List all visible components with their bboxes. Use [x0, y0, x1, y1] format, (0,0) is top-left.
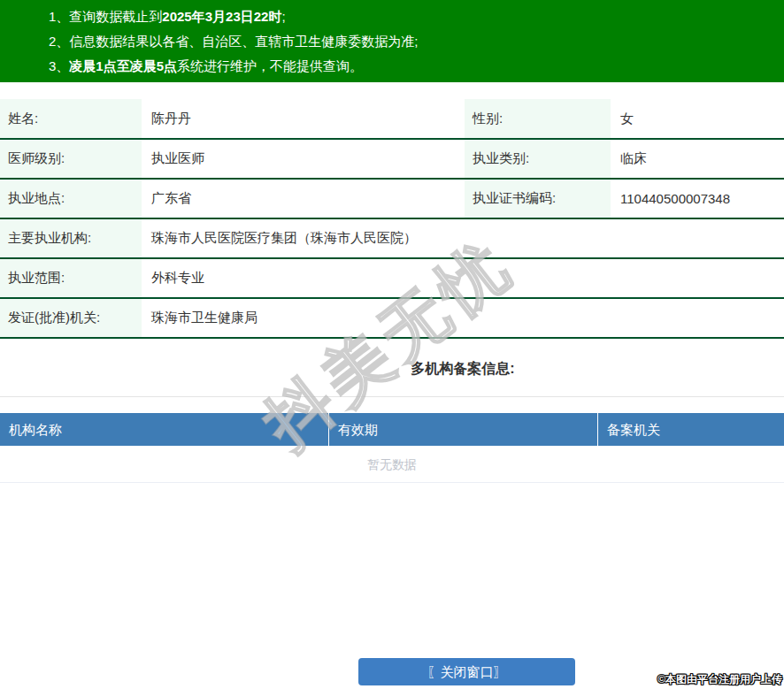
notice-bold-text: 凌晨1点至凌晨5点 [69, 58, 177, 73]
column-header-filing-authority: 备案机关 [598, 413, 784, 446]
section-divider [0, 396, 784, 397]
issuing-authority-value: 珠海市卫生健康局 [142, 298, 784, 338]
column-header-validity-period: 有效期 [329, 413, 598, 446]
name-label: 姓名: [0, 99, 142, 139]
license-number-label: 执业证书编码: [465, 179, 611, 218]
info-row-name-gender: 姓名: 陈丹丹 性别: 女 [0, 99, 784, 139]
multi-institution-section-title: 多机构备案信息: [142, 345, 784, 396]
practice-location-value: 广东省 [142, 179, 465, 218]
doctor-level-value: 执业医师 [142, 139, 465, 179]
info-row-issuing-authority: 发证(批准)机关: 珠海市卫生健康局 [0, 298, 784, 338]
doctor-level-label: 医师级别: [0, 139, 142, 179]
notice-line-3: 3、凌晨1点至凌晨5点系统进行维护，不能提供查询。 [49, 54, 775, 79]
notice-text: 查询数据截止到 [69, 9, 162, 24]
name-value: 陈丹丹 [142, 99, 465, 139]
filing-table-header: 机构名称 有效期 备案机关 [0, 413, 784, 446]
empty-data-placeholder: 暂无数据 [0, 446, 784, 483]
info-row-main-institution: 主要执业机构: 珠海市人民医院医疗集团（珠海市人民医院） [0, 218, 784, 258]
practice-category-label: 执业类别: [465, 139, 611, 179]
info-row-practice-scope: 执业范围: 外科专业 [0, 258, 784, 298]
notice-text: 信息数据结果以各省、自治区、直辖市卫生健康委数据为准; [69, 34, 418, 49]
notice-banner: 1、查询数据截止到2025年3月23日22时; 2、信息数据结果以各省、自治区、… [0, 0, 784, 82]
license-number-value: 110440500007348 [611, 179, 784, 218]
column-header-institution-name: 机构名称 [0, 413, 329, 446]
main-institution-label: 主要执业机构: [0, 218, 142, 258]
issuing-authority-label: 发证(批准)机关: [0, 298, 142, 338]
notice-number: 1、 [49, 9, 69, 24]
practice-scope-label: 执业范围: [0, 258, 142, 298]
info-row-location-license: 执业地点: 广东省 执业证书编码: 110440500007348 [0, 179, 784, 218]
main-institution-value: 珠海市人民医院医疗集团（珠海市人民医院） [142, 218, 784, 258]
notice-bold-text: 2025年3月23日22时 [162, 9, 281, 24]
close-window-button[interactable]: 〖关闭窗口〗 [358, 658, 575, 685]
notice-number: 2、 [49, 34, 69, 49]
practice-category-value: 临床 [611, 139, 784, 179]
copyright-watermark: ©本图由平台注册用户上传 [657, 672, 782, 687]
gender-label: 性别: [465, 99, 611, 139]
doctor-info-table: 姓名: 陈丹丹 性别: 女 医师级别: 执业医师 执业类别: 临床 执业地点: … [0, 99, 784, 339]
notice-line-1: 1、查询数据截止到2025年3月23日22时; [49, 4, 775, 29]
notice-text: ; [281, 9, 285, 24]
practitioner-query-result-page: 1、查询数据截止到2025年3月23日22时; 2、信息数据结果以各省、自治区、… [0, 0, 784, 689]
practice-scope-value: 外科专业 [142, 258, 784, 298]
notice-line-2: 2、信息数据结果以各省、自治区、直辖市卫生健康委数据为准; [49, 29, 775, 54]
gender-value: 女 [611, 99, 784, 139]
info-row-level-category: 医师级别: 执业医师 执业类别: 临床 [0, 139, 784, 179]
notice-text: 系统进行维护，不能提供查询。 [177, 58, 363, 73]
practice-location-label: 执业地点: [0, 179, 142, 218]
notice-number: 3、 [49, 58, 69, 73]
